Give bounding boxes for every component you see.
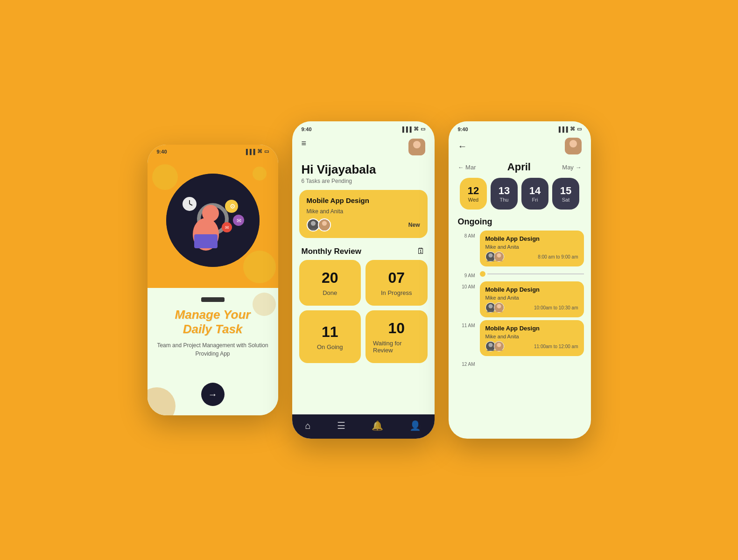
time-range-11am: 11:00am to 12:00 am [534,344,578,349]
timeline-dot [480,271,485,277]
stat-done[interactable]: 20 Done [299,260,361,306]
svg-rect-3 [194,234,218,248]
svg-point-20 [569,140,577,147]
task-title-11am: Mobile App Design [485,325,578,332]
next-month-button[interactable]: May → [562,164,581,171]
avatar-2-8am [494,252,504,262]
user-avatar[interactable] [408,139,425,155]
nav-home-icon[interactable]: ⌂ [305,420,311,431]
svg-point-30 [488,343,492,347]
task-members-8am: Mike and Anita [485,244,578,250]
menu-button[interactable]: ≡ [302,139,307,148]
avatar-2-10am [494,302,504,313]
deco-circle-3 [243,251,276,283]
sched-footer-8am: 8:00 am to 9:00 am [485,252,578,262]
time-11am: 11 AM [456,320,475,328]
svg-point-24 [497,253,501,258]
greeting-section: Hi Vijayabala 6 Tasks are Pending [292,160,435,185]
svg-text:✉: ✉ [237,217,241,224]
timeline-indicator [480,269,584,279]
schedule-row-11am: 11 AM Mobile App Design Mike and Anita [456,320,584,356]
stat-in-progress-label: In Progress [381,289,412,296]
task-title-10am: Mobile App Design [485,286,578,293]
task-members-11am: Mike and Anita [485,334,578,339]
wifi-icon: ⌘ [414,126,419,132]
phone-splash: 9:40 ▐▐▐ ⌘ ▭ [148,145,278,415]
splash-title: Manage Your Daily Task [175,308,251,336]
stat-ongoing[interactable]: 11 On Going [299,310,361,363]
member-avatars [307,218,331,231]
schedule-row-10am: 10 AM Mobile App Design Mike and Anita [456,281,584,317]
get-started-button[interactable]: → [201,383,225,406]
card-footer: New [307,218,420,231]
status-icons: ▐▐▐ ⌘ ▭ [244,148,268,154]
date-15[interactable]: 15 Sat [552,178,579,210]
svg-point-22 [488,253,492,258]
sched-footer-11am: 11:00am to 12:00 am [485,341,578,351]
signal-icon: ▐▐▐ [401,126,411,132]
deco-circle-2 [253,167,267,181]
time-10am: 10 AM [456,281,475,289]
svg-point-28 [497,304,501,308]
wifi-icon: ⌘ [570,126,575,132]
svg-point-2 [202,205,219,222]
bottom-nav: ⌂ ☰ 🔔 👤 [292,414,435,439]
stat-waiting-num: 10 [388,320,405,337]
schedule-row-9am: 9 AM [456,269,584,279]
status-time: 9:40 [157,149,167,154]
deco-circle-1 [152,164,178,190]
phones-container: 9:40 ▐▐▐ ⌘ ▭ [148,121,591,439]
back-button[interactable]: ← [458,141,467,152]
stat-ongoing-num: 11 [322,323,338,341]
greeting-name: Hi Vijayabala [302,162,425,177]
task-card-10am[interactable]: Mobile App Design Mike and Anita 10:00am… [480,281,584,317]
nav-notifications-icon[interactable]: 🔔 [372,420,383,431]
svg-point-32 [497,343,501,347]
timeline-line [487,273,584,274]
date-14[interactable]: 14 Fri [521,178,548,210]
stat-in-progress-num: 07 [388,269,405,287]
deco-beige-1 [148,387,176,415]
avatar-anita [318,218,331,231]
monthly-title: Monthly Review [302,247,361,256]
avatars-10am [485,302,504,313]
task-title: Mobile App Design [307,196,420,204]
stats-grid: 20 Done 07 In Progress 11 On Going 10 Wa… [292,260,435,363]
time-8am: 8 AM [456,231,475,238]
avatar-2-11am [494,341,504,351]
phone1-bottom: Manage Your Daily Task Team and Project … [148,288,278,415]
date-12[interactable]: 12 Wed [460,178,487,210]
monthly-review-header: Monthly Review 🗓 [292,243,435,260]
task-card-8am[interactable]: Mobile App Design Mike and Anita 8:00 am… [480,231,584,266]
task-card-11am[interactable]: Mobile App Design Mike and Anita 11:00am… [480,320,584,356]
task-members: Mike and Anita [307,208,420,215]
task-badge: New [408,222,420,228]
schedule-row-12am: 12 AM [456,359,584,367]
svg-point-18 [322,221,326,225]
stat-ongoing-label: On Going [317,343,343,350]
task-members-10am: Mike and Anita [485,295,578,301]
stat-in-progress[interactable]: 07 In Progress [365,260,428,306]
wifi-icon: ⌘ [257,148,262,154]
date-13[interactable]: 13 Thu [491,178,518,210]
schedule-list: 8 AM Mobile App Design Mike and Anita [449,231,591,439]
prev-month-button[interactable]: ← Mar [458,164,476,171]
phone-tasks: 9:40 ▐▐▐ ⌘ ▭ ≡ Hi Vijayabala 6 Tasks are… [292,121,435,439]
user-avatar[interactable] [565,138,582,154]
phone2-header: ≡ [292,135,435,160]
stat-waiting[interactable]: 10 Waiting for Review [365,310,428,363]
month-nav: ← Mar April May → [449,159,591,178]
date-row: 12 Wed 13 Thu 14 Fri 15 Sat [449,178,591,214]
svg-point-14 [413,141,421,148]
status-time: 9:40 [458,126,468,132]
tasks-pending: 6 Tasks are Pending [302,178,425,184]
battery-icon: ▭ [577,126,582,132]
nav-profile-icon[interactable]: 👤 [409,420,421,431]
phone-calendar: 9:40 ▐▐▐ ⌘ ▭ ← ← Mar April May → [449,121,591,439]
time-range-8am: 8:00 am to 9:00 am [538,254,578,259]
current-month: April [507,161,531,173]
calendar-icon[interactable]: 🗓 [417,246,425,256]
task-card[interactable]: Mobile App Design Mike and Anita New [299,190,428,238]
stat-waiting-label: Waiting for Review [373,340,420,354]
nav-tasks-icon[interactable]: ☰ [337,420,345,431]
